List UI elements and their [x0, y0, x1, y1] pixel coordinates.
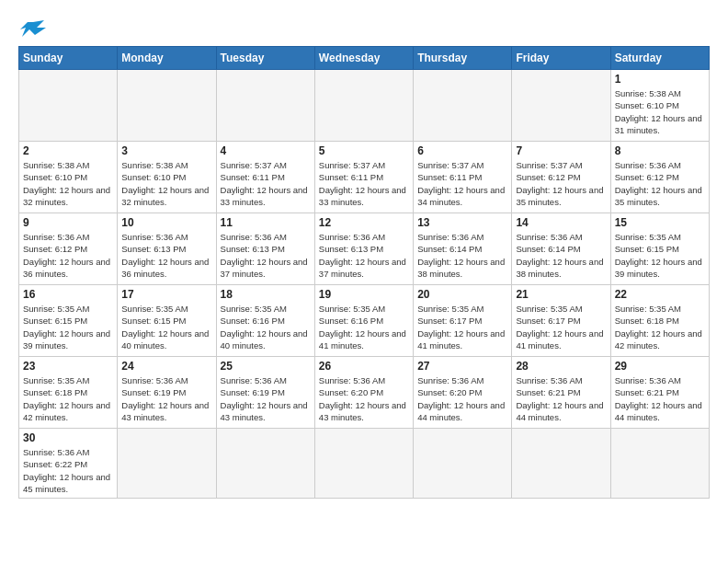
calendar-cell: 15Sunrise: 5:35 AMSunset: 6:15 PMDayligh…	[610, 213, 709, 285]
calendar-cell	[314, 70, 413, 142]
calendar-cell	[512, 70, 610, 142]
week-row: 9Sunrise: 5:36 AMSunset: 6:12 PMDaylight…	[19, 213, 710, 285]
day-info: Sunrise: 5:35 AMSunset: 6:15 PMDaylight:…	[23, 303, 113, 351]
day-number: 18	[221, 288, 311, 301]
calendar-cell	[414, 429, 512, 499]
calendar-cell: 24Sunrise: 5:36 AMSunset: 6:19 PMDayligh…	[118, 357, 216, 429]
calendar-cell	[118, 70, 216, 142]
day-info: Sunrise: 5:36 AMSunset: 6:19 PMDaylight:…	[121, 374, 211, 423]
day-number: 5	[319, 144, 409, 157]
calendar-cell: 1Sunrise: 5:38 AMSunset: 6:10 PMDaylight…	[610, 70, 709, 142]
calendar-cell: 23Sunrise: 5:35 AMSunset: 6:18 PMDayligh…	[19, 357, 118, 429]
day-info: Sunrise: 5:38 AMSunset: 6:10 PMDaylight:…	[121, 159, 211, 208]
day-info: Sunrise: 5:36 AMSunset: 6:13 PMDaylight:…	[221, 231, 311, 280]
day-info: Sunrise: 5:38 AMSunset: 6:10 PMDaylight:…	[23, 159, 113, 208]
day-number: 27	[417, 360, 507, 373]
calendar-header: SundayMondayTuesdayWednesdayThursdayFrid…	[19, 47, 710, 70]
day-info: Sunrise: 5:36 AMSunset: 6:20 PMDaylight:…	[417, 374, 507, 423]
day-info: Sunrise: 5:35 AMSunset: 6:15 PMDaylight:…	[615, 231, 705, 280]
calendar-cell	[414, 70, 512, 142]
calendar-cell: 4Sunrise: 5:37 AMSunset: 6:11 PMDaylight…	[216, 142, 314, 213]
day-number: 9	[23, 216, 113, 229]
day-number: 3	[121, 144, 211, 157]
week-row: 2Sunrise: 5:38 AMSunset: 6:10 PMDaylight…	[19, 142, 710, 213]
calendar-cell: 13Sunrise: 5:36 AMSunset: 6:14 PMDayligh…	[414, 213, 512, 285]
header-cell-sunday: Sunday	[19, 47, 118, 70]
day-info: Sunrise: 5:35 AMSunset: 6:15 PMDaylight:…	[121, 303, 211, 351]
day-number: 22	[615, 288, 705, 301]
day-number: 8	[615, 144, 705, 157]
day-info: Sunrise: 5:36 AMSunset: 6:22 PMDaylight:…	[23, 446, 113, 495]
calendar-cell: 21Sunrise: 5:35 AMSunset: 6:17 PMDayligh…	[512, 285, 610, 357]
day-number: 14	[516, 216, 606, 229]
day-number: 30	[23, 431, 113, 444]
day-info: Sunrise: 5:36 AMSunset: 6:19 PMDaylight:…	[221, 374, 311, 423]
day-info: Sunrise: 5:35 AMSunset: 6:17 PMDaylight:…	[516, 303, 606, 351]
calendar-cell: 26Sunrise: 5:36 AMSunset: 6:20 PMDayligh…	[314, 357, 413, 429]
calendar-table: SundayMondayTuesdayWednesdayThursdayFrid…	[18, 46, 710, 499]
day-number: 21	[516, 288, 606, 301]
day-info: Sunrise: 5:36 AMSunset: 6:14 PMDaylight:…	[516, 231, 606, 280]
calendar-cell	[512, 429, 610, 499]
day-number: 29	[615, 360, 705, 373]
calendar-cell: 8Sunrise: 5:36 AMSunset: 6:12 PMDaylight…	[610, 142, 709, 213]
svg-marker-0	[20, 20, 46, 37]
calendar-cell: 20Sunrise: 5:35 AMSunset: 6:17 PMDayligh…	[414, 285, 512, 357]
day-number: 23	[23, 360, 113, 373]
header-cell-friday: Friday	[512, 47, 610, 70]
day-info: Sunrise: 5:36 AMSunset: 6:14 PMDaylight:…	[417, 231, 507, 280]
calendar-cell: 2Sunrise: 5:38 AMSunset: 6:10 PMDaylight…	[19, 142, 118, 213]
calendar-cell: 25Sunrise: 5:36 AMSunset: 6:19 PMDayligh…	[216, 357, 314, 429]
day-number: 28	[516, 360, 606, 373]
calendar-cell: 30Sunrise: 5:36 AMSunset: 6:22 PMDayligh…	[19, 429, 118, 499]
calendar-cell: 22Sunrise: 5:35 AMSunset: 6:18 PMDayligh…	[610, 285, 709, 357]
header-cell-saturday: Saturday	[610, 47, 709, 70]
day-number: 16	[23, 288, 113, 301]
week-row: 16Sunrise: 5:35 AMSunset: 6:15 PMDayligh…	[19, 285, 710, 357]
day-info: Sunrise: 5:36 AMSunset: 6:20 PMDaylight:…	[319, 374, 409, 423]
day-number: 10	[121, 216, 211, 229]
calendar-cell: 17Sunrise: 5:35 AMSunset: 6:15 PMDayligh…	[118, 285, 216, 357]
calendar-cell: 6Sunrise: 5:37 AMSunset: 6:11 PMDaylight…	[414, 142, 512, 213]
day-info: Sunrise: 5:36 AMSunset: 6:12 PMDaylight:…	[615, 159, 705, 208]
day-number: 2	[23, 144, 113, 157]
calendar-cell	[314, 429, 413, 499]
calendar-cell: 16Sunrise: 5:35 AMSunset: 6:15 PMDayligh…	[19, 285, 118, 357]
calendar-cell	[216, 70, 314, 142]
calendar-cell: 5Sunrise: 5:37 AMSunset: 6:11 PMDaylight…	[314, 142, 413, 213]
calendar-cell: 10Sunrise: 5:36 AMSunset: 6:13 PMDayligh…	[118, 213, 216, 285]
day-info: Sunrise: 5:35 AMSunset: 6:18 PMDaylight:…	[23, 374, 113, 423]
day-info: Sunrise: 5:37 AMSunset: 6:12 PMDaylight:…	[516, 159, 606, 208]
day-number: 6	[417, 144, 507, 157]
day-number: 15	[615, 216, 705, 229]
calendar-cell: 9Sunrise: 5:36 AMSunset: 6:12 PMDaylight…	[19, 213, 118, 285]
header-cell-monday: Monday	[118, 47, 216, 70]
header	[18, 15, 710, 39]
day-number: 20	[417, 288, 507, 301]
calendar-cell: 27Sunrise: 5:36 AMSunset: 6:20 PMDayligh…	[414, 357, 512, 429]
calendar-cell	[610, 429, 709, 499]
calendar-cell: 28Sunrise: 5:36 AMSunset: 6:21 PMDayligh…	[512, 357, 610, 429]
calendar-cell: 7Sunrise: 5:37 AMSunset: 6:12 PMDaylight…	[512, 142, 610, 213]
day-number: 17	[121, 288, 211, 301]
day-number: 19	[319, 288, 409, 301]
header-cell-tuesday: Tuesday	[216, 47, 314, 70]
day-info: Sunrise: 5:35 AMSunset: 6:17 PMDaylight:…	[417, 303, 507, 351]
calendar-cell	[216, 429, 314, 499]
week-row: 30Sunrise: 5:36 AMSunset: 6:22 PMDayligh…	[19, 429, 710, 499]
day-info: Sunrise: 5:36 AMSunset: 6:12 PMDaylight:…	[23, 231, 113, 280]
day-number: 1	[615, 73, 705, 86]
week-row: 1Sunrise: 5:38 AMSunset: 6:10 PMDaylight…	[19, 70, 710, 142]
day-info: Sunrise: 5:38 AMSunset: 6:10 PMDaylight:…	[615, 87, 705, 136]
day-info: Sunrise: 5:36 AMSunset: 6:21 PMDaylight:…	[615, 374, 705, 423]
calendar-cell: 14Sunrise: 5:36 AMSunset: 6:14 PMDayligh…	[512, 213, 610, 285]
header-cell-thursday: Thursday	[414, 47, 512, 70]
day-number: 25	[221, 360, 311, 373]
logo	[18, 15, 46, 39]
day-info: Sunrise: 5:35 AMSunset: 6:18 PMDaylight:…	[615, 303, 705, 351]
calendar-cell: 19Sunrise: 5:35 AMSunset: 6:16 PMDayligh…	[314, 285, 413, 357]
calendar-cell: 12Sunrise: 5:36 AMSunset: 6:13 PMDayligh…	[314, 213, 413, 285]
calendar-cell: 11Sunrise: 5:36 AMSunset: 6:13 PMDayligh…	[216, 213, 314, 285]
header-cell-wednesday: Wednesday	[314, 47, 413, 70]
day-info: Sunrise: 5:35 AMSunset: 6:16 PMDaylight:…	[221, 303, 311, 351]
